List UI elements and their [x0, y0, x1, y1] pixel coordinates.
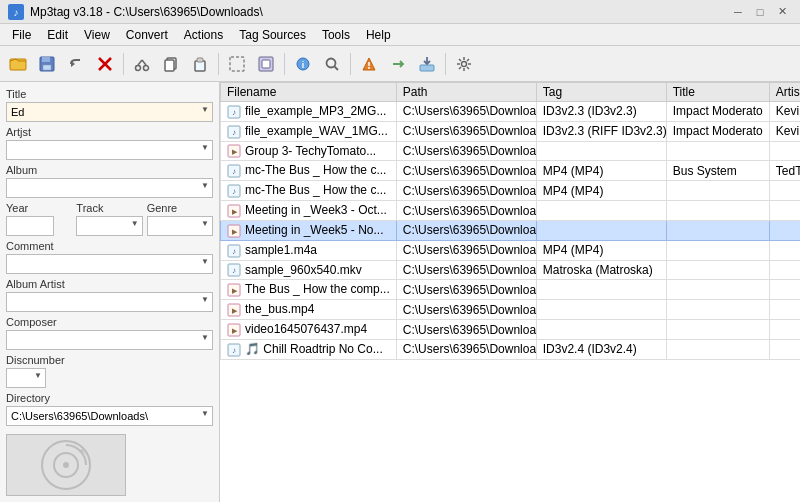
genre-dropdown[interactable] — [147, 216, 213, 236]
menu-item-view[interactable]: View — [76, 24, 118, 45]
album-art — [6, 434, 126, 496]
table-row[interactable]: ▶the_bus.mp4C:\Users\63965\Downloa... — [221, 300, 801, 320]
svg-text:♪: ♪ — [232, 247, 236, 256]
col-header-path[interactable]: Path — [396, 83, 536, 102]
toolbar-invert[interactable] — [252, 50, 280, 78]
filename-text: Meeting in _Week5 - No... — [245, 223, 384, 237]
menu-item-convert[interactable]: Convert — [118, 24, 176, 45]
menu-item-actions[interactable]: Actions — [176, 24, 231, 45]
svg-point-9 — [136, 65, 141, 70]
discnumber-label: Discnumber — [6, 354, 213, 366]
toolbar-search[interactable] — [318, 50, 346, 78]
albumartist-input[interactable] — [6, 292, 213, 312]
filename-text: mc-The Bus _ How the c... — [245, 163, 386, 177]
video-file-icon: ▶ — [227, 283, 241, 297]
filename-text: Meeting in _Week3 - Oct... — [245, 203, 387, 217]
table-row[interactable]: ▶Group 3- TechyTomato...C:\Users\63965\D… — [221, 141, 801, 161]
window-title: Mp3tag v3.18 - C:\Users\63965\Downloads\ — [30, 5, 263, 19]
open-folder-button[interactable] — [4, 50, 32, 78]
menu-item-edit[interactable]: Edit — [39, 24, 76, 45]
filename-text: file_example_MP3_2MG... — [245, 104, 386, 118]
table-row[interactable]: ♪sample1.m4aC:\Users\63965\Downloa...MP4… — [221, 240, 801, 260]
artist-label: Artjst — [6, 126, 213, 138]
album-input[interactable] — [6, 178, 213, 198]
svg-rect-14 — [165, 60, 174, 71]
comment-dropdown[interactable] — [6, 254, 213, 274]
artist-input[interactable] — [6, 140, 213, 160]
tag-cell: MP4 (MP4) — [536, 240, 666, 260]
left-panel: Title Artjst Album Year Track — [0, 82, 220, 502]
table-row[interactable]: ▶The Bus _ How the comp...C:\Users\63965… — [221, 280, 801, 300]
table-row[interactable]: ♪mc-The Bus _ How the c...C:\Users\63965… — [221, 161, 801, 181]
title-field-group: Title — [6, 88, 213, 122]
table-row[interactable]: ♪sample_960x540.mkvC:\Users\63965\Downlo… — [221, 260, 801, 280]
genre-input[interactable] — [147, 216, 213, 236]
delete-button[interactable] — [91, 50, 119, 78]
artist-dropdown[interactable] — [6, 140, 213, 160]
artist-cell — [769, 300, 800, 320]
track-dropdown[interactable] — [76, 216, 142, 236]
comment-input[interactable] — [6, 254, 213, 274]
discnumber-dropdown[interactable] — [6, 368, 46, 388]
minimize-button[interactable]: ─ — [728, 2, 748, 22]
file-list-wrapper[interactable]: Filename Path Tag Title Artist ♪file_exa… — [220, 82, 800, 502]
toolbar-convert[interactable] — [384, 50, 412, 78]
title-cell — [666, 141, 769, 161]
table-row[interactable]: ♪🎵 Chill Roadtrip No Co...C:\Users\63965… — [221, 339, 801, 359]
discnumber-input[interactable] — [6, 368, 46, 388]
toolbar-cut[interactable] — [128, 50, 156, 78]
col-header-artist[interactable]: Artist — [769, 83, 800, 102]
col-header-title[interactable]: Title — [666, 83, 769, 102]
comment-label: Comment — [6, 240, 213, 252]
table-row[interactable]: ♪file_example_WAV_1MG...C:\Users\63965\D… — [221, 121, 801, 141]
album-label: Album — [6, 164, 213, 176]
year-label: Year — [6, 202, 72, 214]
menu-item-tag sources[interactable]: Tag Sources — [231, 24, 314, 45]
title-label: Title — [6, 88, 213, 100]
toolbar-settings[interactable] — [450, 50, 478, 78]
undo-button[interactable] — [62, 50, 90, 78]
toolbar-tag-sources[interactable]: i — [289, 50, 317, 78]
maximize-button[interactable]: □ — [750, 2, 770, 22]
close-button[interactable]: ✕ — [772, 2, 792, 22]
toolbar-export[interactable] — [413, 50, 441, 78]
artist-cell — [769, 181, 800, 201]
save-button[interactable] — [33, 50, 61, 78]
path-cell: C:\Users\63965\Downloa... — [396, 240, 536, 260]
composer-input[interactable] — [6, 330, 213, 350]
toolbar-selectall[interactable] — [223, 50, 251, 78]
music-file-icon: ♪ — [227, 184, 241, 198]
svg-marker-6 — [71, 61, 75, 67]
svg-text:♪: ♪ — [232, 128, 236, 137]
filename-text: video1645076437.mp4 — [245, 322, 367, 336]
track-input[interactable] — [76, 216, 142, 236]
directory-dropdown[interactable] — [6, 406, 213, 426]
composer-dropdown[interactable] — [6, 330, 213, 350]
directory-input[interactable] — [6, 406, 213, 426]
year-input[interactable] — [6, 216, 54, 236]
main-container: Title Artjst Album Year Track — [0, 82, 800, 502]
menu-item-file[interactable]: File — [4, 24, 39, 45]
music-file-icon: ♪ — [227, 125, 241, 139]
table-row[interactable]: ♪mc-The Bus _ How the c...C:\Users\63965… — [221, 181, 801, 201]
svg-text:♪: ♪ — [232, 108, 236, 117]
col-header-tag[interactable]: Tag — [536, 83, 666, 102]
table-row[interactable]: ▶video1645076437.mp4C:\Users\63965\Downl… — [221, 320, 801, 340]
menu-item-help[interactable]: Help — [358, 24, 399, 45]
col-header-filename[interactable]: Filename — [221, 83, 397, 102]
filename-text: sample_960x540.mkv — [245, 263, 362, 277]
title-input[interactable] — [6, 102, 213, 122]
svg-point-22 — [327, 58, 336, 67]
toolbar-actions[interactable] — [355, 50, 383, 78]
album-dropdown[interactable] — [6, 178, 213, 198]
toolbar-copy[interactable] — [157, 50, 185, 78]
table-row[interactable]: ♪file_example_MP3_2MG...C:\Users\63965\D… — [221, 102, 801, 122]
title-cell: Impact Moderato — [666, 121, 769, 141]
title-dropdown[interactable] — [6, 102, 213, 122]
toolbar-paste[interactable] — [186, 50, 214, 78]
albumartist-dropdown[interactable] — [6, 292, 213, 312]
table-row[interactable]: ▶Meeting in _Week5 - No...C:\Users\63965… — [221, 220, 801, 240]
menu-item-tools[interactable]: Tools — [314, 24, 358, 45]
video-file-icon: ▶ — [227, 204, 241, 218]
table-row[interactable]: ▶Meeting in _Week3 - Oct...C:\Users\6396… — [221, 201, 801, 221]
